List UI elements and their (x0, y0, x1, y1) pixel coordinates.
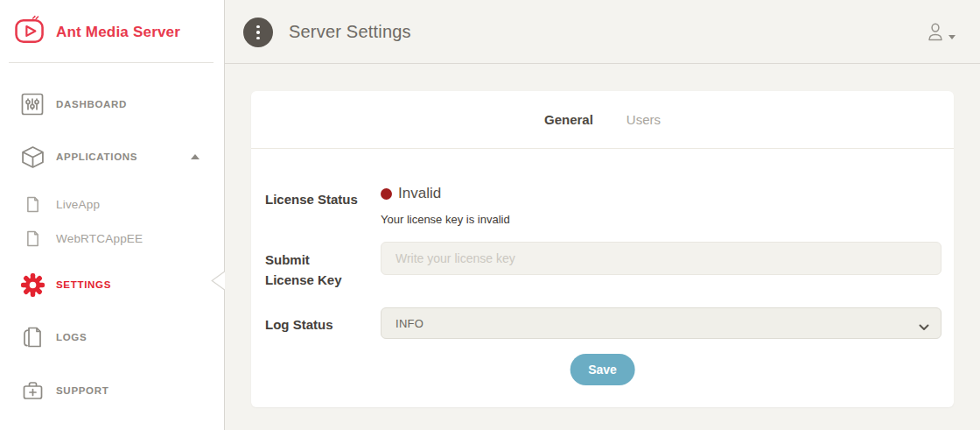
page-title: Server Settings (289, 0, 411, 64)
submit-license-key-label: Submit License Key (265, 250, 353, 290)
dashboard-icon (19, 93, 46, 116)
main-area: Server Settings General Users License St… (225, 0, 980, 430)
sidebar-item-label: APPLICATIONS (56, 152, 137, 162)
user-menu[interactable] (926, 22, 956, 46)
license-status-label: License Status (265, 189, 358, 209)
license-status-value: Invalid (381, 183, 441, 204)
kebab-menu-button[interactable] (243, 18, 273, 47)
brand[interactable]: Ant Media Server (12, 13, 180, 52)
app-root: Ant Media Server DASHBOARD (0, 0, 980, 430)
sidebar-item-liveapp[interactable]: LiveApp (19, 191, 212, 217)
log-status-select[interactable]: INFO (381, 307, 942, 339)
kebab-dot (256, 37, 260, 40)
sidebar-item-label: DASHBOARD (56, 99, 127, 109)
sidebar-item-settings[interactable]: SETTINGS (19, 271, 212, 298)
brand-logo-icon (12, 13, 47, 52)
license-status-message: Your license key is invalid (381, 213, 510, 226)
logs-icon (19, 326, 46, 349)
chevron-up-icon (191, 154, 200, 159)
log-status-label: Log Status (265, 314, 333, 335)
sidebar: Ant Media Server DASHBOARD (0, 0, 225, 430)
active-item-notch (209, 271, 225, 294)
file-icon (19, 196, 46, 213)
brand-name: Ant Media Server (56, 24, 180, 41)
applications-icon (19, 145, 46, 169)
user-icon (926, 22, 945, 46)
settings-card: General Users License Status Invalid You… (251, 91, 954, 407)
log-status-select-wrap: INFO (381, 307, 942, 339)
sidebar-item-logs[interactable]: LOGS (19, 324, 212, 350)
kebab-dot (256, 31, 260, 34)
kebab-dot (256, 25, 260, 29)
sidebar-item-label: SETTINGS (56, 279, 111, 290)
sidebar-item-label: WebRTCAppEE (56, 232, 143, 245)
file-icon (19, 230, 46, 247)
sidebar-item-support[interactable]: SUPPORT (19, 377, 212, 404)
sidebar-item-label: LOGS (56, 332, 87, 342)
sidebar-item-dashboard[interactable]: DASHBOARD (19, 91, 212, 117)
sidebar-item-label: LiveApp (56, 198, 100, 211)
license-status-text: Invalid (398, 185, 441, 202)
chevron-down-icon (948, 35, 956, 39)
sidebar-divider (9, 62, 214, 63)
tab-general[interactable]: General (544, 112, 593, 127)
sidebar-item-label: SUPPORT (56, 385, 109, 396)
topbar: Server Settings (225, 0, 980, 64)
sidebar-item-applications[interactable]: APPLICATIONS (19, 144, 212, 170)
invalid-status-dot-icon (381, 188, 392, 200)
support-icon (19, 380, 46, 401)
save-button[interactable]: Save (570, 354, 635, 385)
gear-icon (19, 272, 46, 298)
sidebar-item-webrtcappee[interactable]: WebRTCAppEE (19, 225, 212, 251)
license-key-input[interactable] (381, 242, 942, 275)
tab-users[interactable]: Users (626, 112, 661, 127)
tab-bar: General Users (251, 91, 954, 149)
